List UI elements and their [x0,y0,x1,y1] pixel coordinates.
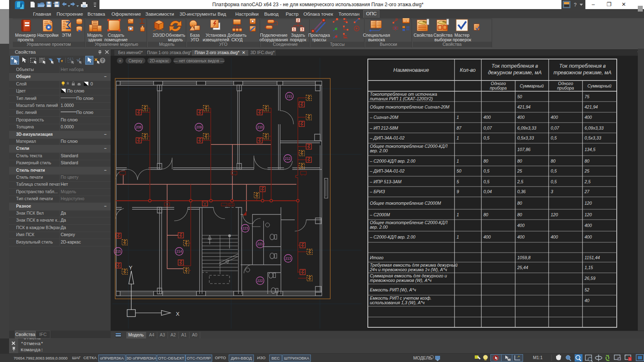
svg-text:Ток потребления в: Ток потребления в [492,63,538,69]
svg-text:– ИПР 513-3АМ: – ИПР 513-3АМ [369,179,402,184]
svg-text:М1:1: М1:1 [533,355,543,360]
svg-text:2: 2 [297,18,299,22]
svg-text:ЭТМ: ЭТМ [62,33,71,38]
svg-text:0,5x3,33: 0,5x3,33 [585,135,601,140]
svg-text:УГО: УГО [219,42,227,47]
svg-text:+: + [119,59,121,63]
svg-text:X: X [176,311,180,317]
svg-text:1: 1 [457,159,459,163]
svg-text:оборудования: оборудования [260,37,288,42]
svg-text:Управление моделью: Управление моделью [95,42,138,47]
svg-text:1: 1 [457,234,459,239]
svg-text:!: ! [630,357,630,361]
svg-text:421,94: 421,94 [585,104,598,109]
svg-text:дежурном режиме, мА: дежурном режиме, мА [488,70,542,76]
svg-text:0,5: 0,5 [551,168,557,173]
svg-text:прибора: прибора [490,85,507,90]
svg-text:211: 211 [286,94,292,98]
svg-text:модель: модель [168,37,183,42]
svg-text:питания РИП 1 (СКАТ-1200У2): питания РИП 1 (СКАТ-1200У2) [370,96,433,101]
svg-text:6,09x3,33: 6,09x3,33 [517,125,536,130]
svg-text:210: 210 [257,125,263,129]
svg-text:Общее токопотребление Сигнал-2: Общее токопотребление Сигнал-20М [370,104,450,109]
svg-text:222: 222 [257,279,263,283]
svg-text:213: 213 [285,256,291,260]
svg-text:– С2000-КДЛ вер. 2.00: – С2000-КДЛ вер. 2.00 [369,159,415,163]
svg-text:помещение: помещение [104,37,128,42]
svg-text:215: 215 [115,249,121,253]
svg-text:25: 25 [517,168,522,173]
svg-text:120: 120 [551,212,558,217]
svg-text:400: 400 [483,115,491,120]
svg-text:80: 80 [483,212,488,217]
svg-text:– Сигнал-20М: – Сигнал-20М [369,115,398,120]
svg-text:— нет связанных видов —: — нет связанных видов — [173,59,224,63]
svg-text:использования 1,3 (W), А*ч: использования 1,3 (W), А*ч [370,300,425,305]
svg-text:80: 80 [551,159,556,163]
svg-text:26,59: 26,59 [584,276,595,281]
svg-text:400: 400 [585,223,592,228]
svg-text:6,09x3,33: 6,09x3,33 [585,125,604,130]
svg-text:120: 120 [585,212,592,217]
svg-text:– ДИП-34А-01-02: – ДИП-34А-01-02 [369,168,405,173]
svg-text:Сверху: Сверху [128,59,142,63]
svg-text:2D-каркас: 2D-каркас [150,59,169,63]
svg-text:400: 400 [585,234,592,239]
svg-text:3: 3 [551,189,553,194]
svg-text:Общее токопотребление С2000М: Общее токопотребление С2000М [370,201,441,206]
svg-text:?: ? [574,2,577,8]
svg-text:25: 25 [584,168,590,173]
svg-text:208: 208 [136,125,142,129]
svg-text:50: 50 [457,168,462,173]
svg-text:Суммарный: Суммарный [520,83,544,88]
svg-text:80: 80 [483,159,488,163]
svg-text:0,5: 0,5 [483,179,490,184]
svg-text:25,44: 25,44 [517,265,528,270]
svg-text:5: 5 [457,179,459,184]
svg-text:400: 400 [483,234,491,239]
svg-text:2,5: 2,5 [517,179,523,184]
svg-text:400: 400 [551,234,558,239]
svg-text:80: 80 [517,201,522,206]
svg-text:80: 80 [517,159,522,163]
svg-text:0,5x3,33: 0,5x3,33 [517,135,534,140]
svg-text:9: 9 [457,189,459,194]
svg-text:Настройки: Настройки [37,33,59,38]
svg-text:0,5: 0,5 [483,135,490,140]
svg-text:0,07: 0,07 [551,125,560,130]
svg-text:?: ? [101,58,104,63]
svg-text:Свойства: Свойства [414,33,433,38]
svg-text:УГО: УГО [191,37,199,42]
svg-text:0,5: 0,5 [483,168,490,173]
svg-text:Наименование: Наименование [393,67,429,73]
svg-text:СКУД: СКУД [231,37,242,42]
svg-text:выборки: выборки [434,37,451,42]
svg-text:87: 87 [457,125,462,130]
svg-text:– С2000М: – С2000М [369,212,390,217]
svg-text:120: 120 [585,201,592,206]
svg-text:Кол-во: Кол-во [460,67,476,73]
svg-text:– БРИЗ: – БРИЗ [369,189,385,194]
svg-text:24ч и тревожного режима 1ч (W): 24ч и тревожного режима 1ч (W), А*ч [369,267,447,272]
svg-text:400: 400 [517,223,525,228]
svg-text:3: 3 [301,27,303,31]
svg-text:– ИП 212-58М: – ИП 212-58М [369,125,398,130]
svg-text:212: 212 [285,156,291,161]
svg-text:0,07: 0,07 [483,125,492,130]
svg-text:223: 223 [242,226,248,230]
svg-text:Суммарный: Суммарный [587,83,611,88]
svg-text:выноска: выноска [368,37,385,42]
svg-text:75: 75 [585,94,590,99]
svg-text:Y: Y [129,265,133,271]
svg-text:порядок: порядок [290,37,306,42]
svg-text:214: 214 [176,249,182,253]
svg-text:400: 400 [551,115,558,120]
svg-text:221: 221 [257,242,263,246]
svg-text:Выноски: Выноски [380,42,397,47]
svg-text:1: 1 [293,27,295,31]
svg-text:134,5: 134,5 [585,147,595,152]
svg-text:Трассы: Трассы [330,42,345,47]
svg-text:тревожном режиме, мА: тревожном режиме, мА [554,70,611,76]
svg-text:80: 80 [585,159,590,163]
svg-text:400: 400 [517,234,525,239]
